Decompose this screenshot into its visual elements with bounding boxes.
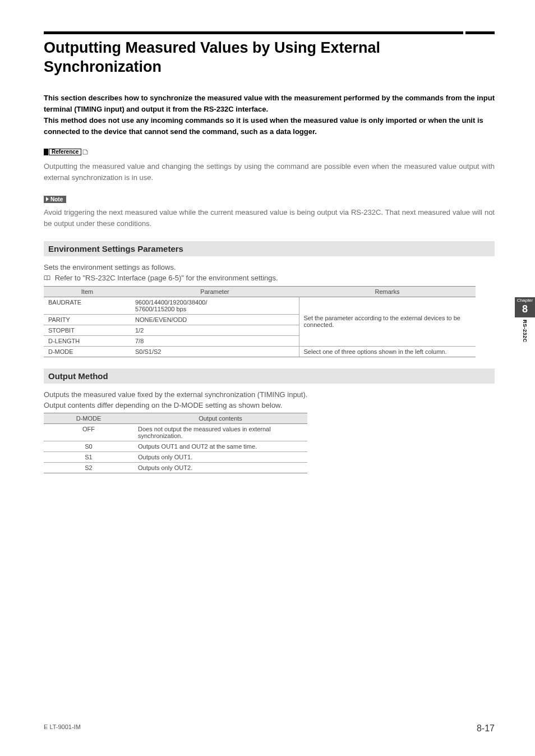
reference-label: Reference	[49, 149, 81, 155]
th-contents: Output contents	[133, 413, 307, 423]
footer-doc-id: E LT-9001-IM	[44, 723, 81, 734]
table-row: OFF Does not output the measured values …	[44, 423, 307, 441]
remarks-dmode: Select one of three options shown in the…	[299, 346, 476, 357]
book-icon	[44, 274, 50, 283]
note-badge: Note	[44, 196, 66, 203]
chapter-label: Chapter	[515, 297, 535, 303]
env-line2: Refer to "RS-232C Interface (page 6-5)" …	[44, 274, 495, 283]
env-settings-table: Item Parameter Remarks BAUDRATE 9600/144…	[44, 286, 476, 357]
output-method-table: D-MODE Output contents OFF Does not outp…	[44, 413, 307, 473]
output-line1: Outputs the measured value fixed by the …	[44, 390, 495, 399]
output-line2: Output contents differ depending on the …	[44, 401, 495, 409]
page-title: Outputting Measured Values by Using Exte…	[44, 39, 495, 77]
note-label: Note	[50, 196, 63, 202]
triangle-icon	[46, 197, 49, 201]
table-row: S1 Outputs only OUT1.	[44, 451, 307, 462]
table-row: BAUDRATE 9600/14400/19200/38400/ 57600/1…	[44, 297, 476, 314]
section-heading-env: Environment Settings Parameters	[44, 241, 495, 256]
table-header-row: D-MODE Output contents	[44, 413, 307, 423]
title-rule	[44, 31, 495, 34]
note-text: Avoid triggering the next measured value…	[44, 207, 495, 229]
table-row: S0 Outputs OUT1 and OUT2 at the same tim…	[44, 441, 307, 451]
page-flap-icon	[82, 149, 88, 155]
th-remarks: Remarks	[299, 286, 476, 297]
table-row: D-MODE S0/S1/S2 Select one of three opti…	[44, 346, 476, 357]
reference-text: Outputting the measured value and changi…	[44, 161, 495, 183]
th-param: Parameter	[131, 286, 299, 297]
chapter-number: 8	[515, 303, 535, 317]
th-dmode: D-MODE	[44, 413, 133, 423]
reference-badge: Reference	[44, 149, 88, 155]
th-item: Item	[44, 286, 131, 297]
table-header-row: Item Parameter Remarks	[44, 286, 476, 297]
chapter-side-tab: Chapter 8 RS-232C	[515, 297, 535, 342]
section-heading-output: Output Method	[44, 368, 495, 384]
page-footer: E LT-9001-IM 8-17	[44, 723, 495, 734]
footer-page-number: 8-17	[477, 723, 495, 734]
side-section-name: RS-232C	[522, 320, 528, 343]
intro-paragraph: This section describes how to synchroniz…	[44, 93, 495, 138]
env-line1: Sets the environment settings as follows…	[44, 263, 495, 271]
table-row: S2 Outputs only OUT2.	[44, 462, 307, 473]
remarks-merged: Set the parameter according to the exter…	[299, 297, 476, 346]
